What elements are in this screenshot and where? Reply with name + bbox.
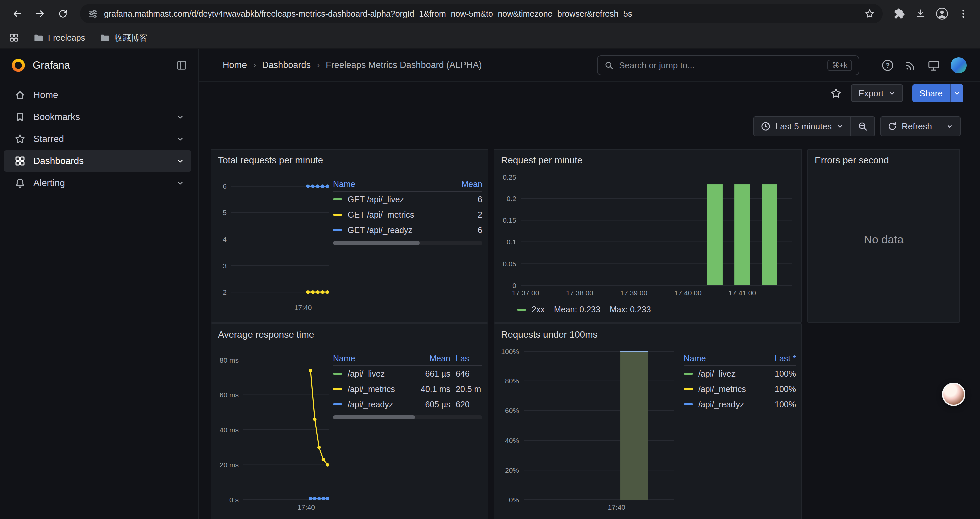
bookmark-folder-blogs[interactable]: 收藏博客 xyxy=(100,32,148,43)
site-settings-icon[interactable] xyxy=(88,9,98,19)
bookmark-star-icon[interactable] xyxy=(865,9,875,19)
sidebar-header: Grafana xyxy=(0,49,198,82)
grafana-logo[interactable] xyxy=(11,58,26,73)
kebab-menu-icon xyxy=(958,9,968,19)
panel-title[interactable]: Errors per second xyxy=(808,152,959,169)
series-name[interactable]: /api/_livez xyxy=(698,369,735,379)
browser-menu-button[interactable] xyxy=(953,4,973,24)
series-name[interactable]: /api/_readyz xyxy=(348,400,393,409)
zoom-out-icon xyxy=(858,121,868,131)
svg-text:40 ms: 40 ms xyxy=(220,426,239,434)
share-button[interactable]: Share xyxy=(912,85,963,102)
extensions-button[interactable] xyxy=(889,4,909,24)
series-name[interactable]: /api/_metrics xyxy=(348,385,395,394)
url-bar[interactable]: grafana.mathmast.com/d/deytv4rwavabkb/fr… xyxy=(80,4,883,23)
legend-column-header[interactable]: Mean xyxy=(413,354,450,363)
bookmark-folder-freeleaps[interactable]: Freeleaps xyxy=(33,33,85,43)
url-text[interactable]: grafana.mathmast.com/d/deytv4rwavabkb/fr… xyxy=(104,9,859,19)
panel-title[interactable]: Request per minute xyxy=(494,152,801,169)
floating-assistant-avatar[interactable] xyxy=(942,383,965,406)
legend-header-row: NameMeanLas xyxy=(333,351,482,366)
series-value: 6 xyxy=(449,225,482,235)
news-icon[interactable] xyxy=(905,59,916,72)
legend-table: NameLast */api/_livez100%/api/_metrics10… xyxy=(684,351,796,517)
legend-column-header[interactable]: Name xyxy=(684,354,761,363)
legend-table: NameMeanLas/api/_livez661 µs646/api/_met… xyxy=(333,351,482,517)
collapse-sidebar-icon[interactable] xyxy=(176,60,188,71)
series-name: 2xx xyxy=(532,305,545,314)
export-button[interactable]: Export xyxy=(851,85,903,102)
sidebar-item-dashboards[interactable]: Dashboards xyxy=(4,150,191,172)
svg-text:17:41:00: 17:41:00 xyxy=(729,289,756,297)
legend-column-header[interactable]: Las xyxy=(450,354,482,363)
breadcrumb-home[interactable]: Home xyxy=(223,60,247,70)
share-menu-caret[interactable] xyxy=(950,85,963,102)
svg-text:20%: 20% xyxy=(505,466,519,474)
apps-grid-icon[interactable] xyxy=(10,33,19,42)
zoom-out-button[interactable] xyxy=(850,117,874,136)
chevron-down-icon xyxy=(888,89,896,97)
grafana-app: Grafana HomeBookmarksStarredDashboardsAl… xyxy=(0,49,980,519)
share-label[interactable]: Share xyxy=(912,85,950,102)
series-name[interactable]: GET /api/_readyz xyxy=(348,225,412,235)
refresh-button[interactable]: Refresh xyxy=(881,117,939,136)
breadcrumb-dashboards[interactable]: Dashboards xyxy=(262,60,310,70)
legend-column-header[interactable]: Name xyxy=(333,179,449,189)
bookmark-label: Freeleaps xyxy=(48,33,85,43)
refresh-label: Refresh xyxy=(902,121,932,132)
series-name[interactable]: GET /api/_livez xyxy=(348,195,404,204)
series-color-marker xyxy=(333,404,342,406)
reload-button[interactable] xyxy=(52,3,73,24)
bookmark-icon xyxy=(15,112,25,122)
chevron-down-icon xyxy=(176,179,185,187)
panel-title[interactable]: Total requests per minute xyxy=(212,152,488,169)
legend-row: /api/_metrics40.1 ms20.5 m xyxy=(333,382,482,397)
sidebar-item-bookmarks[interactable]: Bookmarks xyxy=(4,106,191,128)
sidebar-item-alerting[interactable]: Alerting xyxy=(4,172,191,194)
series-color-marker xyxy=(333,373,342,375)
series-name[interactable]: GET /api/_metrics xyxy=(348,210,414,220)
legend-table: NameMeanGET /api/_livez6GET /api/_metric… xyxy=(333,177,482,316)
time-range-picker[interactable]: Last 5 minutes xyxy=(754,117,850,136)
app-header: Home › Dashboards › Freeleaps Metrics Da… xyxy=(199,49,980,82)
series-name[interactable]: /api/_livez xyxy=(348,369,385,379)
downloads-button[interactable] xyxy=(911,4,931,24)
legend-scrollbar-thumb[interactable] xyxy=(333,241,420,245)
panel-title[interactable]: Requests under 100ms xyxy=(494,326,801,343)
refresh-interval-caret[interactable] xyxy=(939,117,960,136)
search-bar[interactable]: ⌘+k xyxy=(597,56,859,75)
legend-series-2xx[interactable]: 2xx xyxy=(517,305,545,314)
search-input[interactable] xyxy=(619,61,822,71)
help-icon[interactable]: ? xyxy=(881,59,894,72)
legend-scrollbar-thumb[interactable] xyxy=(333,415,415,420)
series-value: 646 xyxy=(450,369,482,379)
series-name[interactable]: /api/_readyz xyxy=(698,400,744,409)
legend-scrollbar[interactable] xyxy=(333,415,482,420)
panel-title[interactable]: Average response time xyxy=(212,326,488,343)
series-value: 40.1 ms xyxy=(413,385,450,394)
svg-text:4: 4 xyxy=(223,235,227,243)
svg-text:2: 2 xyxy=(223,288,227,296)
legend-scrollbar[interactable] xyxy=(333,241,482,245)
sidebar-item-starred[interactable]: Starred xyxy=(4,128,191,150)
back-button[interactable] xyxy=(7,3,28,24)
svg-text:0 s: 0 s xyxy=(229,496,239,504)
profile-button[interactable] xyxy=(932,4,952,24)
svg-text:6: 6 xyxy=(223,182,227,190)
chevron-down-icon xyxy=(176,134,185,143)
sidebar: Grafana HomeBookmarksStarredDashboardsAl… xyxy=(0,49,199,519)
svg-text:0.15: 0.15 xyxy=(503,216,516,224)
legend-column-header[interactable]: Last * xyxy=(761,354,796,363)
sidebar-item-home[interactable]: Home xyxy=(4,84,191,105)
time-range-label: Last 5 minutes xyxy=(775,121,832,132)
display-icon[interactable] xyxy=(927,59,940,72)
user-avatar[interactable] xyxy=(951,57,967,73)
panel-requests-under-100ms: Requests under 100ms 100%80%60%40%20%0%1… xyxy=(494,323,802,519)
legend-row: /api/_livez661 µs646 xyxy=(333,366,482,382)
legend-row: /api/_readyz100% xyxy=(684,397,796,412)
forward-button[interactable] xyxy=(29,3,51,24)
series-name[interactable]: /api/_metrics xyxy=(698,385,746,394)
favorite-star-icon[interactable] xyxy=(830,88,842,99)
legend-column-header[interactable]: Name xyxy=(333,354,413,363)
legend-column-header[interactable]: Mean xyxy=(449,179,482,189)
